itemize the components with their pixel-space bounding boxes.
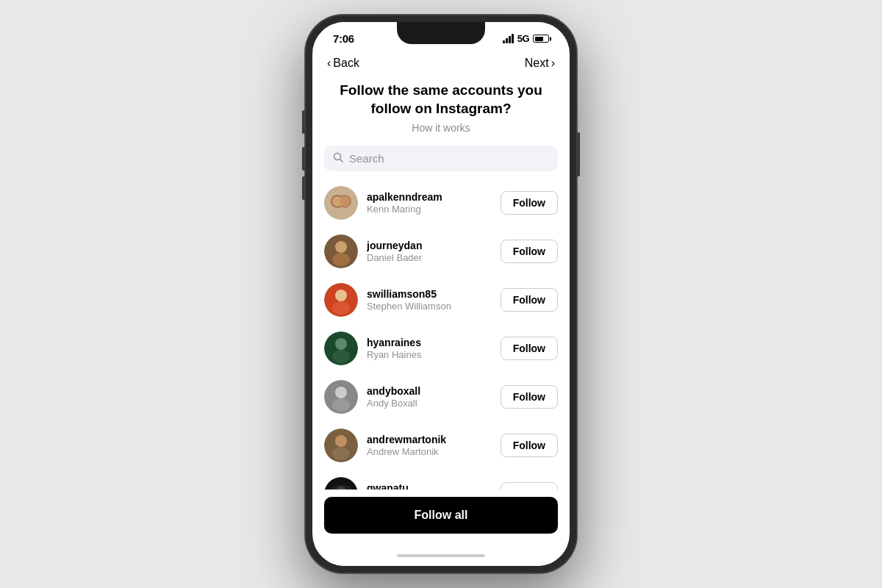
status-time: 7:06 (333, 32, 354, 45)
back-label: Back (333, 57, 359, 70)
follow-button[interactable]: Follow (501, 385, 558, 409)
search-container: Search (312, 146, 570, 179)
search-icon (333, 152, 343, 165)
follow-all-button[interactable]: Follow all (324, 497, 558, 534)
page-title: Follow the same accounts you follow on I… (330, 82, 552, 118)
svg-point-9 (332, 253, 350, 266)
svg-point-17 (335, 387, 347, 398)
svg-point-12 (332, 301, 350, 315)
home-bar (397, 554, 485, 557)
signal-bars (503, 34, 514, 43)
follow-button[interactable]: Follow (501, 434, 558, 457)
notch (397, 22, 485, 44)
bar3 (509, 36, 511, 43)
user-list: apalkenndream Kenn Maring Follow journey… (312, 179, 570, 490)
bar1 (503, 40, 505, 43)
list-item: journeydan Daniel Bader Follow (324, 227, 558, 276)
back-button[interactable]: ‹ Back (327, 57, 359, 70)
follow-button[interactable]: Follow (501, 240, 558, 263)
follow-button[interactable]: Follow (501, 191, 558, 215)
user-display-name: Stephen Williamson (367, 301, 492, 312)
user-info: andyboxall Andy Boxall (367, 385, 492, 409)
search-placeholder: Search (349, 152, 384, 165)
screen-content: ‹ Back Next › Follow the same accounts y… (312, 49, 570, 545)
back-chevron-icon: ‹ (327, 57, 331, 70)
user-handle: apalkenndream (367, 191, 492, 203)
svg-point-15 (332, 350, 350, 363)
user-display-name: Andy Boxall (367, 398, 492, 409)
svg-point-8 (335, 241, 347, 253)
follow-all-container: Follow all (312, 490, 570, 545)
navigation-bar: ‹ Back Next › (312, 49, 570, 76)
user-info: journeydan Daniel Bader (367, 240, 492, 263)
how-it-works-link[interactable]: How it works (330, 122, 552, 134)
list-item: andyboxall Andy Boxall Follow (324, 373, 558, 421)
user-info: swilliamson85 Stephen Williamson (367, 288, 492, 312)
user-handle: andrewmartonik (367, 434, 492, 445)
user-display-name: Daniel Bader (367, 252, 492, 263)
next-button[interactable]: Next › (525, 57, 555, 70)
network-type: 5G (517, 33, 529, 44)
list-item: hyanraines Ryan Haines Follow (324, 324, 558, 373)
phone-screen: 7:06 5G ‹ (312, 22, 570, 566)
user-avatar (324, 186, 358, 220)
list-item: gwanatu Nicholas Sutrich Follow (324, 470, 558, 490)
user-info: hyanraines Ryan Haines (367, 337, 492, 360)
next-label: Next (525, 57, 549, 70)
user-handle: andyboxall (367, 385, 492, 397)
user-handle: gwanatu (367, 482, 492, 490)
user-avatar (324, 234, 358, 268)
phone-device: 7:06 5G ‹ (305, 15, 577, 573)
user-avatar (324, 477, 358, 490)
svg-point-14 (335, 338, 347, 350)
battery-indicator (533, 35, 549, 43)
user-avatar (324, 331, 358, 365)
user-display-name: Andrew Martonik (367, 446, 492, 457)
home-indicator (312, 545, 570, 566)
user-info: gwanatu Nicholas Sutrich (367, 482, 492, 490)
user-avatar (324, 283, 358, 317)
user-display-name: Kenn Maring (367, 204, 492, 215)
bar4 (512, 34, 514, 43)
user-info: andrewmartonik Andrew Martonik (367, 434, 492, 457)
svg-point-18 (332, 398, 350, 412)
status-icons: 5G (503, 33, 549, 44)
user-info: apalkenndream Kenn Maring (367, 191, 492, 215)
svg-point-20 (335, 435, 347, 447)
next-chevron-icon: › (551, 57, 555, 70)
user-handle: hyanraines (367, 337, 492, 348)
list-item: swilliamson85 Stephen Williamson Follow (324, 276, 558, 324)
search-box[interactable]: Search (324, 146, 558, 171)
battery-fill (535, 37, 544, 41)
user-avatar (324, 429, 358, 462)
svg-point-11 (335, 290, 347, 301)
bar2 (506, 38, 508, 43)
follow-button[interactable]: Follow (501, 482, 558, 490)
list-item: apalkenndream Kenn Maring Follow (324, 179, 558, 227)
user-display-name: Ryan Haines (367, 349, 492, 360)
user-handle: journeydan (367, 240, 492, 251)
user-handle: swilliamson85 (367, 288, 492, 300)
status-bar: 7:06 5G (312, 22, 570, 49)
follow-button[interactable]: Follow (501, 337, 558, 360)
svg-line-1 (340, 159, 343, 162)
list-item: andrewmartonik Andrew Martonik Follow (324, 421, 558, 470)
user-avatar (324, 380, 358, 414)
follow-button[interactable]: Follow (501, 288, 558, 312)
svg-point-6 (340, 196, 350, 207)
svg-point-21 (332, 447, 350, 460)
battery-body (533, 35, 549, 43)
page-header: Follow the same accounts you follow on I… (312, 76, 570, 146)
